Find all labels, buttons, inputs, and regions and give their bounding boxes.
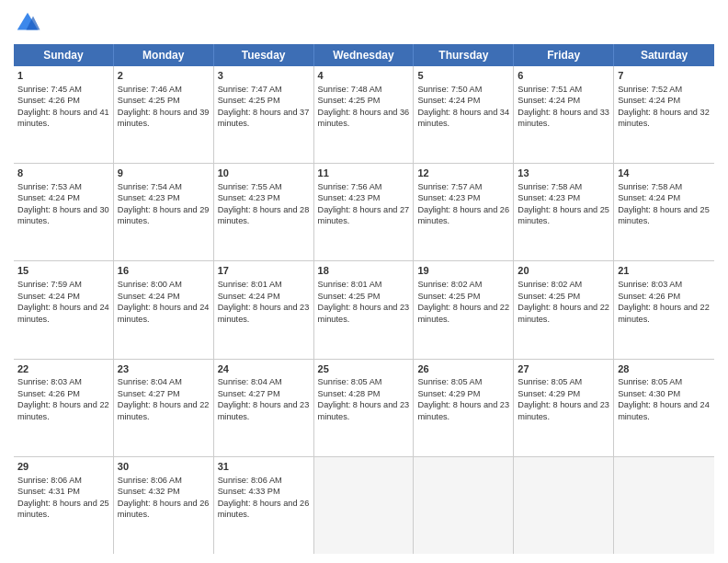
cal-header-monday: Monday bbox=[114, 44, 214, 66]
cal-week-4: 22Sunrise: 8:03 AMSunset: 4:26 PMDayligh… bbox=[14, 360, 714, 457]
day-num: 6 bbox=[518, 69, 609, 83]
day-num: 9 bbox=[118, 167, 210, 180]
day-num: 7 bbox=[618, 69, 711, 83]
logo bbox=[14, 9, 45, 37]
cal-cell-16: 16Sunrise: 8:00 AMSunset: 4:24 PMDayligh… bbox=[114, 261, 214, 358]
day-num: 23 bbox=[118, 362, 210, 376]
cal-cell-24: 24Sunrise: 8:04 AMSunset: 4:27 PMDayligh… bbox=[214, 360, 314, 456]
cal-cell-empty bbox=[614, 457, 714, 554]
day-num: 5 bbox=[417, 69, 509, 83]
cal-cell-21: 21Sunrise: 8:03 AMSunset: 4:26 PMDayligh… bbox=[614, 261, 714, 358]
cal-week-2: 8Sunrise: 7:53 AMSunset: 4:24 PMDaylight… bbox=[14, 164, 714, 261]
cal-cell-6: 6Sunrise: 7:51 AMSunset: 4:24 PMDaylight… bbox=[514, 66, 614, 163]
cal-header-tuesday: Tuesday bbox=[214, 44, 314, 66]
day-num: 12 bbox=[417, 167, 509, 180]
calendar-body: 1Sunrise: 7:45 AMSunset: 4:26 PMDaylight… bbox=[14, 66, 714, 554]
calendar-page: SundayMondayTuesdayWednesdayThursdayFrid… bbox=[0, 0, 728, 563]
cal-cell-29: 29Sunrise: 8:06 AMSunset: 4:31 PMDayligh… bbox=[14, 457, 114, 554]
day-num: 30 bbox=[118, 460, 210, 474]
day-num: 31 bbox=[218, 460, 310, 474]
day-num: 10 bbox=[218, 167, 310, 180]
cal-cell-20: 20Sunrise: 8:02 AMSunset: 4:25 PMDayligh… bbox=[514, 261, 614, 358]
day-num: 16 bbox=[118, 264, 210, 278]
day-num: 25 bbox=[318, 362, 410, 376]
cal-cell-15: 15Sunrise: 7:59 AMSunset: 4:24 PMDayligh… bbox=[14, 261, 114, 358]
logo-icon bbox=[14, 9, 41, 37]
day-num: 18 bbox=[318, 264, 410, 278]
day-num: 4 bbox=[318, 69, 410, 83]
cal-cell-empty bbox=[514, 457, 614, 554]
cal-cell-14: 14Sunrise: 7:58 AMSunset: 4:24 PMDayligh… bbox=[614, 164, 714, 260]
cal-header-friday: Friday bbox=[514, 44, 614, 66]
cal-cell-7: 7Sunrise: 7:52 AMSunset: 4:24 PMDaylight… bbox=[614, 66, 714, 163]
cal-week-3: 15Sunrise: 7:59 AMSunset: 4:24 PMDayligh… bbox=[14, 261, 714, 359]
day-num: 27 bbox=[518, 362, 609, 376]
calendar: SundayMondayTuesdayWednesdayThursdayFrid… bbox=[14, 44, 714, 554]
cal-cell-26: 26Sunrise: 8:05 AMSunset: 4:29 PMDayligh… bbox=[414, 360, 514, 456]
cal-cell-12: 12Sunrise: 7:57 AMSunset: 4:23 PMDayligh… bbox=[414, 164, 514, 260]
calendar-header: SundayMondayTuesdayWednesdayThursdayFrid… bbox=[14, 44, 714, 66]
day-num: 2 bbox=[118, 69, 210, 83]
cal-cell-9: 9Sunrise: 7:54 AMSunset: 4:23 PMDaylight… bbox=[114, 164, 214, 260]
cal-cell-empty bbox=[414, 457, 514, 554]
cal-cell-2: 2Sunrise: 7:46 AMSunset: 4:25 PMDaylight… bbox=[114, 66, 214, 163]
cal-cell-18: 18Sunrise: 8:01 AMSunset: 4:25 PMDayligh… bbox=[314, 261, 415, 358]
day-num: 1 bbox=[17, 69, 109, 83]
cal-cell-17: 17Sunrise: 8:01 AMSunset: 4:24 PMDayligh… bbox=[214, 261, 314, 358]
cal-week-5: 29Sunrise: 8:06 AMSunset: 4:31 PMDayligh… bbox=[14, 457, 714, 554]
day-num: 17 bbox=[218, 264, 310, 278]
day-num: 26 bbox=[417, 362, 509, 376]
cal-header-thursday: Thursday bbox=[414, 44, 514, 66]
cal-cell-5: 5Sunrise: 7:50 AMSunset: 4:24 PMDaylight… bbox=[414, 66, 514, 163]
day-num: 24 bbox=[218, 362, 310, 376]
cal-cell-4: 4Sunrise: 7:48 AMSunset: 4:25 PMDaylight… bbox=[314, 66, 415, 163]
cal-cell-3: 3Sunrise: 7:47 AMSunset: 4:25 PMDaylight… bbox=[214, 66, 314, 163]
cal-cell-8: 8Sunrise: 7:53 AMSunset: 4:24 PMDaylight… bbox=[14, 164, 114, 260]
cal-cell-30: 30Sunrise: 8:06 AMSunset: 4:32 PMDayligh… bbox=[114, 457, 214, 554]
cal-cell-22: 22Sunrise: 8:03 AMSunset: 4:26 PMDayligh… bbox=[14, 360, 114, 456]
cal-cell-31: 31Sunrise: 8:06 AMSunset: 4:33 PMDayligh… bbox=[214, 457, 314, 554]
day-num: 13 bbox=[518, 167, 609, 180]
day-num: 28 bbox=[618, 362, 711, 376]
day-num: 15 bbox=[17, 264, 109, 278]
day-num: 20 bbox=[518, 264, 609, 278]
cal-cell-1: 1Sunrise: 7:45 AMSunset: 4:26 PMDaylight… bbox=[14, 66, 114, 163]
cal-cell-27: 27Sunrise: 8:05 AMSunset: 4:29 PMDayligh… bbox=[514, 360, 614, 456]
day-num: 21 bbox=[618, 264, 711, 278]
page-header bbox=[14, 9, 714, 37]
cal-cell-25: 25Sunrise: 8:05 AMSunset: 4:28 PMDayligh… bbox=[314, 360, 415, 456]
cal-header-saturday: Saturday bbox=[614, 44, 714, 66]
day-num: 29 bbox=[17, 460, 109, 474]
cal-cell-28: 28Sunrise: 8:05 AMSunset: 4:30 PMDayligh… bbox=[614, 360, 714, 456]
day-num: 11 bbox=[318, 167, 410, 180]
day-num: 14 bbox=[618, 167, 711, 180]
day-num: 22 bbox=[17, 362, 109, 376]
cal-header-sunday: Sunday bbox=[14, 44, 114, 66]
cal-cell-19: 19Sunrise: 8:02 AMSunset: 4:25 PMDayligh… bbox=[414, 261, 514, 358]
cal-week-1: 1Sunrise: 7:45 AMSunset: 4:26 PMDaylight… bbox=[14, 66, 714, 164]
cal-header-wednesday: Wednesday bbox=[314, 44, 415, 66]
day-num: 3 bbox=[218, 69, 310, 83]
cal-cell-10: 10Sunrise: 7:55 AMSunset: 4:23 PMDayligh… bbox=[214, 164, 314, 260]
day-num: 19 bbox=[417, 264, 509, 278]
cal-cell-23: 23Sunrise: 8:04 AMSunset: 4:27 PMDayligh… bbox=[114, 360, 214, 456]
day-num: 8 bbox=[17, 167, 109, 180]
cal-cell-empty bbox=[314, 457, 415, 554]
cal-cell-13: 13Sunrise: 7:58 AMSunset: 4:23 PMDayligh… bbox=[514, 164, 614, 260]
cal-cell-11: 11Sunrise: 7:56 AMSunset: 4:23 PMDayligh… bbox=[314, 164, 415, 260]
